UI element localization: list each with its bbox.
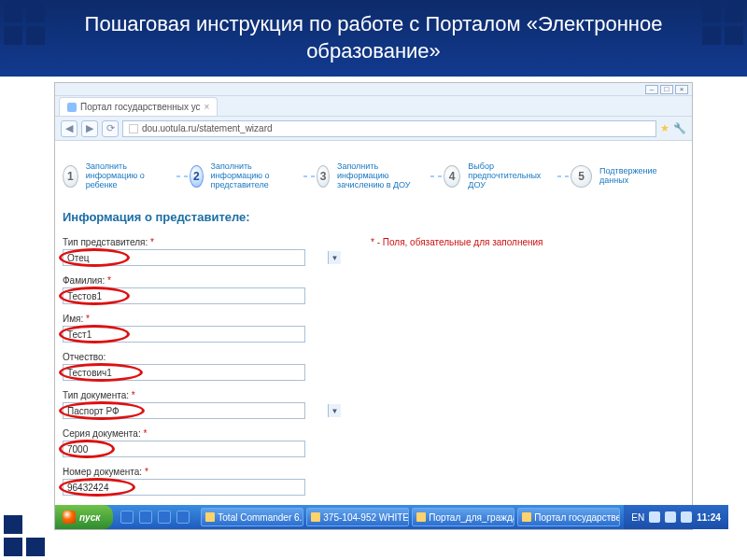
step-label: Заполнить информацию о представителе xyxy=(211,162,303,190)
step-label: Выбор предпочтительных ДОУ xyxy=(468,162,557,190)
quick-launch xyxy=(113,505,197,529)
field-label: Тип документа: * xyxy=(63,390,343,400)
step-circle: 2 xyxy=(190,165,204,188)
tray-icon[interactable] xyxy=(665,511,676,523)
wizard-steps: 1 Заполнить информацию о ребенке 2 Запол… xyxy=(63,152,684,201)
step-circle: 5 xyxy=(571,165,592,188)
deco-square xyxy=(702,26,721,45)
field-name: Имя: * xyxy=(63,314,343,343)
tray-icon[interactable] xyxy=(681,511,692,523)
taskbar-item[interactable]: Портал_для_гражда... xyxy=(412,508,514,526)
tab-strip: Портал государственных ус × xyxy=(55,96,692,117)
tab-title: Портал государственных ус xyxy=(80,102,201,112)
taskbar-item[interactable]: Total Commander 6... xyxy=(201,508,303,526)
required-note: * - Поля, обязательные для заполнения xyxy=(371,237,543,505)
browser-window: – □ × Портал государственных ус × ◀ ▶ ⟳ … xyxy=(54,82,693,530)
wizard-step-5[interactable]: 5 Подтвержение данных xyxy=(571,165,684,188)
quick-launch-icon[interactable] xyxy=(139,511,152,524)
deco-square xyxy=(26,4,45,22)
bookmark-icon[interactable]: ★ xyxy=(660,122,669,134)
quick-launch-icon[interactable] xyxy=(120,511,134,524)
wizard-step-1[interactable]: 1 Заполнить информацию о ребенке xyxy=(63,162,176,190)
doc-number-input[interactable] xyxy=(63,479,305,496)
deco-square xyxy=(4,538,22,556)
taskbar-item[interactable]: 375-104-952 WHITE... xyxy=(306,508,409,526)
app-icon xyxy=(311,512,320,522)
name-input[interactable] xyxy=(63,326,305,343)
form-fields: Тип представителя: * ▼ Фамилия: * xyxy=(63,237,343,505)
field-label: Фамилия: * xyxy=(63,275,343,286)
field-doc-number: Номер документа: * xyxy=(63,467,343,496)
minimize-button[interactable]: – xyxy=(645,85,658,94)
chevron-down-icon: ▼ xyxy=(328,251,341,264)
field-label: Номер документа: * xyxy=(63,467,343,477)
field-label: Имя: * xyxy=(63,314,343,324)
taskbar: пуск Total Commander 6... 375-104-952 WH… xyxy=(55,505,692,529)
tab-close-icon[interactable]: × xyxy=(204,102,210,112)
address-bar: ◀ ▶ ⟳ dou.uotula.ru/statement_wizard ★ 🔧 xyxy=(55,117,692,141)
field-doc-type: Тип документа: * ▼ xyxy=(63,390,343,419)
field-doc-series: Серия документа: * xyxy=(63,428,343,457)
quick-launch-icon[interactable] xyxy=(176,511,190,524)
windows-logo-icon xyxy=(63,511,76,524)
app-icon xyxy=(416,512,426,522)
field-label: Тип представителя: * xyxy=(63,237,343,247)
url-input[interactable]: dou.uotula.ru/statement_wizard xyxy=(122,120,656,137)
favicon-icon xyxy=(67,103,77,112)
deco-square xyxy=(4,515,22,534)
step-connector xyxy=(430,175,444,177)
step-label: Заполнить информацию о ребенке xyxy=(86,162,176,190)
field-label: Отчество: xyxy=(63,352,343,362)
field-label: Серия документа: * xyxy=(63,428,343,439)
forward-button[interactable]: ▶ xyxy=(81,120,98,137)
rep-type-select[interactable] xyxy=(63,249,305,266)
step-circle: 3 xyxy=(317,165,330,188)
deco-square xyxy=(725,26,743,45)
quick-launch-icon[interactable] xyxy=(158,511,171,524)
wizard-step-2[interactable]: 2 Заполнить информацию о представителе xyxy=(190,162,303,190)
deco-square xyxy=(26,538,45,556)
page-icon xyxy=(129,124,138,133)
step-circle: 4 xyxy=(444,165,460,188)
app-icon xyxy=(205,512,215,522)
step-connector xyxy=(303,175,317,177)
deco-square xyxy=(26,26,45,45)
deco-square xyxy=(725,4,743,22)
step-connector xyxy=(557,175,571,177)
window-controls: – □ × xyxy=(55,83,692,96)
field-rep-type: Тип представителя: * ▼ xyxy=(63,237,343,266)
wizard-step-3[interactable]: 3 Заполнить информацию зачислению в ДОУ xyxy=(317,162,430,190)
tray-icon[interactable] xyxy=(649,511,660,523)
language-indicator[interactable]: EN xyxy=(631,512,644,523)
step-label: Заполнить информацию зачислению в ДОУ xyxy=(337,162,430,190)
settings-icon[interactable]: 🔧 xyxy=(673,122,686,134)
close-button[interactable]: × xyxy=(675,85,688,94)
clock[interactable]: 11:24 xyxy=(697,512,721,523)
browser-tab[interactable]: Портал государственных ус × xyxy=(59,97,218,116)
surname-input[interactable] xyxy=(63,287,305,304)
step-circle: 1 xyxy=(63,165,78,188)
chevron-down-icon: ▼ xyxy=(328,404,341,417)
field-patronymic: Отчество: xyxy=(63,352,343,381)
start-button[interactable]: пуск xyxy=(55,505,113,529)
deco-square xyxy=(702,4,721,22)
deco-square xyxy=(4,26,22,45)
step-connector xyxy=(176,175,190,177)
slide-title: Пошаговая инструкция по работе с Портало… xyxy=(0,0,747,77)
back-button[interactable]: ◀ xyxy=(61,120,78,137)
wizard-step-4[interactable]: 4 Выбор предпочтительных ДОУ xyxy=(444,162,557,190)
doc-series-input[interactable] xyxy=(63,441,305,457)
section-title: Информация о представителе: xyxy=(63,210,684,224)
taskbar-item[interactable]: Портал государстве... xyxy=(517,508,620,526)
maximize-button[interactable]: □ xyxy=(660,85,673,94)
page-content: 1 Заполнить информацию о ребенке 2 Запол… xyxy=(55,141,692,505)
taskbar-tasks: Total Commander 6... 375-104-952 WHITE..… xyxy=(197,505,624,529)
start-label: пуск xyxy=(79,512,100,523)
patronymic-input[interactable] xyxy=(63,364,305,381)
url-text: dou.uotula.ru/statement_wizard xyxy=(142,123,273,133)
doc-type-select[interactable] xyxy=(63,402,305,419)
system-tray: EN 11:24 xyxy=(624,505,727,529)
reload-button[interactable]: ⟳ xyxy=(102,120,119,137)
step-label: Подтвержение данных xyxy=(599,167,684,186)
field-surname: Фамилия: * xyxy=(63,275,343,304)
